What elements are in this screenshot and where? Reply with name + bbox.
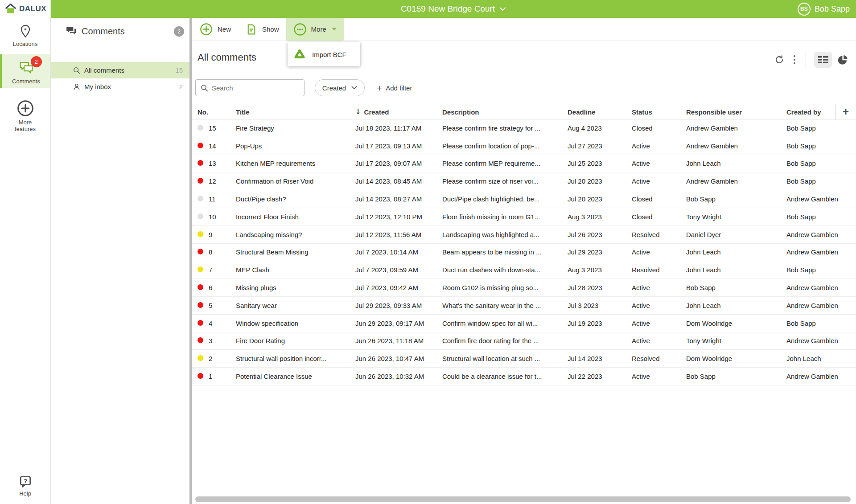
add-filter-button[interactable]: + Add filter [377, 83, 412, 93]
cell-title: Missing plugs [236, 284, 355, 291]
column-header-created[interactable]: ↓ Created [355, 108, 442, 116]
project-selector[interactable]: C0159 New Bridge Court [401, 4, 506, 14]
add-column-button[interactable]: + [840, 106, 852, 118]
cell-deadline: Aug 4 2023 [568, 124, 632, 132]
cell-created: Jul 14 2023, 08:27 AM [355, 195, 442, 203]
cell-deadline: Jul 19 2023 [568, 320, 632, 327]
cell-description: Room G102 is missing plug so... [442, 284, 568, 291]
cell-deadline: Jul 26 2023 [568, 231, 632, 238]
cell-created: Jun 26 2023, 10:47 AM [355, 355, 442, 362]
sidebar-item-comments[interactable]: 2 Comments [0, 54, 50, 88]
comments-badge: 2 [31, 56, 42, 67]
sidebar-item-help[interactable]: ? Help [0, 475, 50, 500]
table-row[interactable]: 12 Confirmation of Riser Void Jul 14 202… [192, 172, 856, 190]
dalux-house-icon [4, 3, 17, 15]
brand-name: DALUX [19, 4, 46, 13]
status-dot [198, 160, 203, 166]
table-row[interactable]: 15 Fire Strategy Jul 18 2023, 11:17 AM P… [192, 119, 856, 137]
user-menu[interactable]: BS Bob Sapp [798, 0, 850, 18]
list-item-all-comments[interactable]: All comments 15 [51, 62, 189, 78]
cell-responsible: Bob Sapp [686, 195, 786, 203]
status-dot [198, 266, 203, 272]
circle-plus-icon [200, 23, 213, 36]
cell-title: Structural Beam Missing [236, 248, 355, 256]
table-row[interactable]: 13 Kitchen MEP requirements Jul 17 2023,… [192, 155, 856, 173]
search-input[interactable] [212, 84, 296, 92]
chevron-down-icon [351, 86, 357, 90]
sidebar-item-more-features[interactable]: More features [0, 99, 50, 135]
cell-status: Resolved [632, 231, 686, 238]
cell-created-by: Andrew Gamblen [786, 284, 856, 291]
search-icon [73, 66, 81, 74]
cell-deadline: Jul 22 2023 [568, 373, 632, 380]
table-row[interactable]: 5 Sanitary wear Jul 29 2023, 09:33 AM Wh… [192, 297, 856, 315]
document-icon [245, 23, 257, 36]
cell-deadline: Aug 3 2023 [568, 266, 632, 274]
search-box[interactable] [195, 79, 305, 96]
cell-description: Confirm window spec for all wi... [442, 320, 568, 327]
sidebar-item-label: Comments [12, 78, 40, 85]
cell-status: Active [632, 142, 686, 150]
column-header-no[interactable]: No. [198, 108, 236, 116]
table-row[interactable]: 4 Window specification Jun 29 2023, 09:1… [192, 315, 856, 332]
list-item-my-inbox[interactable]: My inbox 2 [51, 78, 189, 95]
list-view-toggle[interactable] [814, 52, 832, 68]
sort-descending-icon: ↓ [355, 108, 361, 116]
main-content: New Show More I [192, 18, 856, 504]
cell-responsible: John Leach [686, 248, 786, 256]
column-header-description[interactable]: Description [442, 108, 568, 116]
new-button[interactable]: New [193, 18, 238, 41]
cell-no: 14 [209, 142, 236, 150]
status-dot [198, 284, 203, 290]
person-icon [73, 83, 81, 91]
status-dot [198, 143, 203, 148]
table-row[interactable]: 1 Potential Clearance Issue Jun 26 2023,… [192, 368, 856, 385]
show-button[interactable]: Show [238, 18, 286, 41]
sidebar-item-label: Help [19, 490, 31, 497]
table-row[interactable]: 9 Landscaping missing? Jul 12 2023, 11:5… [192, 226, 856, 244]
table-row[interactable]: 2 Structural wall position incorr... Jun… [192, 350, 856, 368]
cell-responsible: Andrew Gamblen [686, 142, 786, 150]
status-dot [198, 337, 203, 343]
dalux-logo[interactable]: DALUX [0, 0, 50, 18]
table-row[interactable]: 3 Fire Door Rating Jun 26 2023, 11:18 AM… [192, 332, 856, 350]
sidebar-item-locations[interactable]: Locations [0, 23, 50, 50]
column-header-responsible[interactable]: Responsible user [686, 108, 786, 116]
table-row[interactable]: 14 Pop-Ups Jul 17 2023, 09:13 AM Please … [192, 137, 856, 155]
table-row[interactable]: 6 Missing plugs Jul 7 2023, 09:42 AM Roo… [192, 279, 856, 297]
status-dot [198, 320, 203, 326]
cell-created-by: Bob Sapp [786, 266, 856, 274]
cell-status: Closed [632, 195, 686, 203]
table-row[interactable]: 8 Structural Beam Missing Jul 7 2023, 10… [192, 244, 856, 262]
more-button[interactable]: More [286, 18, 344, 41]
table-row[interactable]: 7 MEP Clash Jul 7 2023, 09:59 AM Duct ru… [192, 261, 856, 279]
cell-created-by: Andrew Gamblen [786, 373, 856, 380]
table-row[interactable]: 11 Duct/Pipe clash? Jul 14 2023, 08:27 A… [192, 190, 856, 208]
sort-created-dropdown[interactable]: Created [315, 79, 365, 96]
list-view-icon [818, 55, 829, 65]
cell-created-by: Bob Sapp [786, 124, 856, 132]
kebab-menu-icon[interactable] [793, 54, 796, 65]
list-item-count: 15 [175, 66, 183, 74]
column-header-status[interactable]: Status [632, 108, 686, 116]
menu-item-import-bcf[interactable]: Import BCF [312, 51, 346, 58]
top-bar: C0159 New Bridge Court BS Bob Sapp [51, 0, 856, 18]
filter-row: Created + Add filter [195, 79, 412, 97]
search-icon [200, 84, 209, 92]
column-header-deadline[interactable]: Deadline [568, 108, 632, 116]
cell-no: 8 [209, 248, 236, 256]
chart-view-toggle[interactable] [834, 52, 852, 68]
cell-created: Jul 18 2023, 11:17 AM [355, 124, 442, 132]
refresh-icon[interactable] [774, 54, 785, 65]
cell-description: Duct/Pipe clash highlighted, be... [442, 195, 568, 203]
table-row[interactable]: 10 Incorrect Floor Finish Jul 12 2023, 1… [192, 208, 856, 226]
cell-description: What's the sanitary wear in the ... [442, 302, 568, 309]
project-title: C0159 New Bridge Court [401, 4, 495, 14]
pie-chart-icon [837, 54, 849, 66]
add-filter-label: Add filter [386, 84, 412, 92]
cell-description: Please confirm fire strategy for ... [442, 124, 568, 132]
sidebar-item-label: Locations [13, 41, 38, 47]
column-header-title[interactable]: Title [236, 108, 355, 116]
page-title: All comments [198, 52, 256, 63]
horizontal-scrollbar[interactable] [195, 496, 851, 502]
